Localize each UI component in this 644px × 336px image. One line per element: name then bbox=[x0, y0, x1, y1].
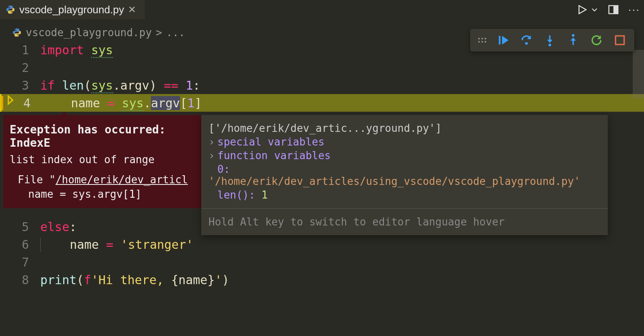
code-line-4-current[interactable]: 4 name = sys.argv[1] bbox=[0, 94, 644, 112]
minimap-slider[interactable] bbox=[633, 50, 644, 98]
step-into-icon[interactable] bbox=[543, 34, 556, 47]
code-line-3[interactable]: 3 if len(sys.argv) == 1: bbox=[0, 76, 644, 94]
drag-handle-icon[interactable] bbox=[478, 38, 486, 43]
tab-filename: vscode_playground.py bbox=[19, 4, 124, 16]
exception-file-link[interactable]: /home/erik/dev_articl bbox=[56, 174, 188, 186]
step-over-icon[interactable] bbox=[520, 34, 533, 47]
continue-icon[interactable] bbox=[497, 34, 510, 47]
tab-bar: vscode_playground.py ✕ ··· bbox=[0, 0, 644, 19]
hover-special-variables[interactable]: ›special variables bbox=[208, 136, 601, 148]
debug-toolbar[interactable] bbox=[470, 29, 634, 51]
close-icon[interactable]: ✕ bbox=[128, 4, 136, 15]
code-line-8[interactable]: 8 print(f'Hi there, {name}') bbox=[0, 271, 644, 289]
breakpoint-indicator-icon bbox=[5, 95, 15, 105]
breadcrumb-filename: vscode_playground.py bbox=[26, 27, 152, 39]
exception-code-line: name = sys.argv[1] bbox=[18, 188, 195, 200]
python-icon bbox=[6, 5, 15, 14]
chevron-down-icon[interactable] bbox=[590, 6, 599, 14]
more-actions-icon[interactable]: ··· bbox=[628, 3, 640, 16]
code-line-7[interactable]: 7 bbox=[0, 253, 644, 271]
hover-index-0[interactable]: 0: '/home/erik/dev_articles/using_vscode… bbox=[208, 163, 601, 187]
restart-icon[interactable] bbox=[590, 34, 603, 47]
chevron-right-icon: › bbox=[208, 150, 217, 162]
title-actions: ··· bbox=[576, 0, 640, 19]
code-line-2[interactable]: 2 bbox=[0, 59, 644, 76]
line-number: 8 bbox=[0, 273, 40, 287]
line-number: 6 bbox=[0, 238, 40, 252]
svg-rect-2 bbox=[499, 36, 500, 44]
svg-point-5 bbox=[572, 34, 575, 37]
line-number: 1 bbox=[0, 43, 40, 57]
svg-point-3 bbox=[525, 42, 528, 45]
svg-rect-1 bbox=[613, 6, 618, 14]
run-icon[interactable] bbox=[576, 4, 588, 16]
line-number: 7 bbox=[0, 255, 40, 269]
debug-hover-panel: ['/home/erik/dev_artic...yground.py'] ›s… bbox=[201, 115, 608, 235]
hover-len: len(): 1 bbox=[208, 189, 601, 201]
exception-panel: Exception has occurred: IndexE list inde… bbox=[3, 115, 201, 208]
python-icon bbox=[12, 28, 22, 37]
code-line-6[interactable]: 6 name = 'stranger' bbox=[0, 236, 644, 253]
hover-repr: ['/home/erik/dev_artic...yground.py'] bbox=[208, 122, 601, 134]
line-number: 3 bbox=[0, 78, 40, 92]
split-editor-icon[interactable] bbox=[607, 4, 619, 16]
stop-icon[interactable] bbox=[613, 34, 626, 47]
svg-point-4 bbox=[549, 44, 551, 47]
chevron-right-icon: › bbox=[208, 136, 217, 148]
line-number: 5 bbox=[0, 220, 40, 234]
exception-message: list index out of range bbox=[10, 154, 195, 166]
editor-tab[interactable]: vscode_playground.py ✕ bbox=[0, 0, 145, 19]
exception-stack: File "/home/erik/dev_articl name = sys.a… bbox=[10, 174, 195, 200]
line-number: 2 bbox=[0, 61, 40, 75]
svg-rect-6 bbox=[615, 36, 624, 44]
exception-title: Exception has occurred: IndexE bbox=[10, 123, 195, 150]
step-out-icon[interactable] bbox=[567, 34, 580, 47]
breadcrumb-suffix: ... bbox=[166, 27, 185, 39]
breadcrumb-separator: > bbox=[156, 27, 162, 39]
hover-function-variables[interactable]: ›function variables bbox=[208, 150, 601, 162]
hover-footer-hint: Hold Alt key to switch to editor languag… bbox=[201, 208, 608, 235]
